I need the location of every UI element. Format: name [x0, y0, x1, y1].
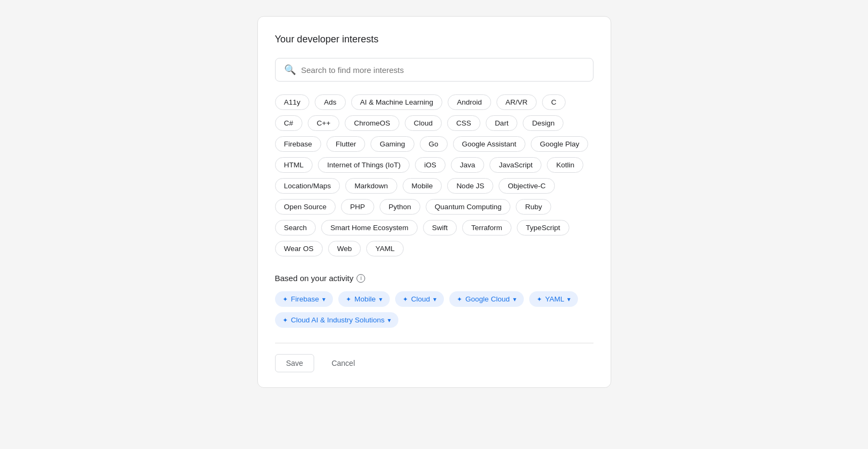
interest-tag[interactable]: Terraform	[462, 220, 511, 235]
save-button[interactable]: Save	[275, 354, 315, 372]
activity-section-title: Based on your activity i	[275, 274, 593, 283]
chevron-down-icon: ▾	[388, 316, 391, 324]
interest-tag[interactable]: ChromeOS	[345, 115, 399, 131]
info-icon[interactable]: i	[357, 274, 365, 283]
sparkle-icon: ✦	[283, 316, 288, 324]
sparkle-icon: ✦	[346, 296, 351, 303]
sparkle-icon: ✦	[283, 296, 288, 303]
interest-tag[interactable]: C	[542, 94, 566, 110]
interest-tag[interactable]: AR/VR	[496, 94, 537, 110]
interest-tag[interactable]: Google Play	[531, 136, 589, 152]
interest-tag[interactable]: Google Assistant	[453, 136, 525, 152]
interest-tag[interactable]: Kotlin	[547, 157, 583, 173]
interest-tag[interactable]: Open Source	[275, 199, 336, 215]
interest-tag[interactable]: Search	[275, 220, 316, 235]
activity-tag[interactable]: ✦Cloud AI & Industry Solutions▾	[275, 312, 399, 328]
chevron-down-icon: ▾	[322, 296, 325, 303]
card-title: Your developer interests	[275, 34, 593, 45]
interest-tag[interactable]: Ruby	[516, 199, 551, 215]
developer-interests-card: Your developer interests 🔍 A11yAdsAI & M…	[257, 16, 611, 388]
interest-tag[interactable]: JavaScript	[489, 157, 541, 173]
actions-area: Save Cancel	[275, 354, 593, 372]
interest-tag[interactable]: Java	[451, 157, 485, 173]
chevron-down-icon: ▾	[379, 296, 382, 303]
interest-tag[interactable]: Dart	[486, 115, 518, 131]
interest-tag[interactable]: Location/Maps	[275, 178, 340, 194]
search-icon: 🔍	[284, 64, 296, 76]
interest-tag[interactable]: Web	[328, 241, 361, 256]
activity-tags-area: ✦Firebase▾✦Mobile▾✦Cloud▾✦Google Cloud▾✦…	[275, 291, 593, 328]
interest-tag[interactable]: Node JS	[447, 178, 493, 194]
sparkle-icon: ✦	[537, 296, 542, 303]
activity-tag[interactable]: ✦Firebase▾	[275, 291, 333, 307]
interest-tag[interactable]: Wear OS	[275, 241, 323, 256]
interest-tag[interactable]: Python	[380, 199, 420, 215]
interest-tag[interactable]: PHP	[341, 199, 374, 215]
interest-tag[interactable]: YAML	[366, 241, 404, 256]
interest-tag[interactable]: CSS	[447, 115, 480, 131]
interest-tag[interactable]: A11y	[275, 94, 310, 110]
interest-tag[interactable]: iOS	[415, 157, 446, 173]
sparkle-icon: ✦	[457, 296, 462, 303]
search-box: 🔍	[275, 58, 593, 82]
interest-tag[interactable]: HTML	[275, 157, 313, 173]
interest-tag[interactable]: Swift	[423, 220, 457, 235]
interest-tag[interactable]: Mobile	[403, 178, 442, 194]
interest-tag[interactable]: AI & Machine Learning	[351, 94, 443, 110]
interest-tag[interactable]: Quantum Computing	[426, 199, 511, 215]
sparkle-icon: ✦	[403, 296, 408, 303]
interest-tag[interactable]: Smart Home Ecosystem	[321, 220, 418, 235]
divider	[275, 343, 593, 343]
interest-tag[interactable]: Design	[523, 115, 563, 131]
interest-tag[interactable]: Internet of Things (IoT)	[318, 157, 410, 173]
interest-tag[interactable]: Markdown	[345, 178, 397, 194]
interest-tag[interactable]: C#	[275, 115, 302, 131]
activity-tag[interactable]: ✦Cloud▾	[395, 291, 444, 307]
interest-tag[interactable]: Android	[448, 94, 491, 110]
interest-tag[interactable]: Flutter	[327, 136, 365, 152]
interest-tag[interactable]: C++	[308, 115, 340, 131]
interest-tag[interactable]: Objective-C	[499, 178, 555, 194]
interest-tag[interactable]: Ads	[315, 94, 345, 110]
activity-tag[interactable]: ✦Mobile▾	[338, 291, 390, 307]
interest-tag[interactable]: Cloud	[405, 115, 442, 131]
activity-tag[interactable]: ✦Google Cloud▾	[449, 291, 524, 307]
chevron-down-icon: ▾	[513, 296, 516, 303]
search-input[interactable]	[301, 65, 584, 75]
interest-tags-area: A11yAdsAI & Machine LearningAndroidAR/VR…	[275, 94, 593, 256]
cancel-button[interactable]: Cancel	[321, 354, 366, 372]
chevron-down-icon: ▾	[567, 296, 570, 303]
activity-tag[interactable]: ✦YAML▾	[529, 291, 578, 307]
interest-tag[interactable]: TypeScript	[517, 220, 569, 235]
interest-tag[interactable]: Go	[420, 136, 448, 152]
interest-tag[interactable]: Gaming	[370, 136, 414, 152]
interest-tag[interactable]: Firebase	[275, 136, 322, 152]
chevron-down-icon: ▾	[433, 296, 436, 303]
